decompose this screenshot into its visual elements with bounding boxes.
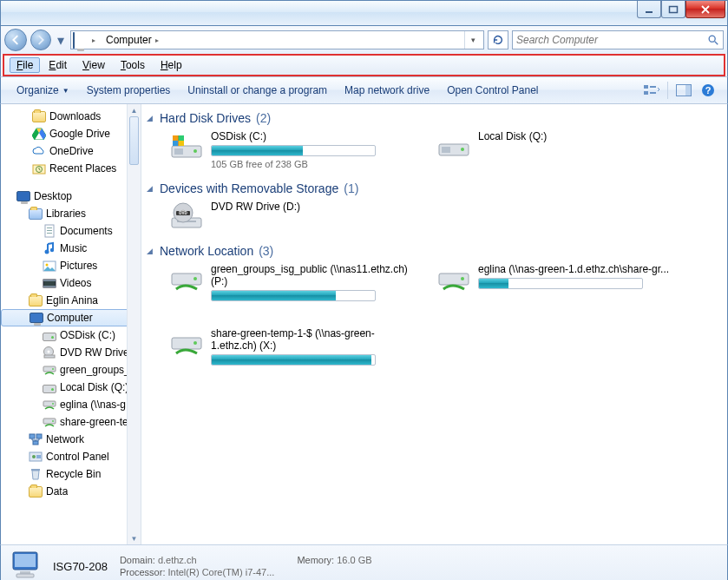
drive-label: green_groups_isg_public (\\nas11.ethz.ch…	[211, 263, 412, 287]
tree-user[interactable]: Eglin Anina	[1, 292, 141, 309]
details-domain-label: Domain:	[120, 555, 155, 565]
drive-eglina[interactable]: eglina (\\nas-green-1.d.ethz.ch\share-gr…	[436, 263, 679, 301]
svg-point-25	[48, 351, 50, 353]
section-removable-header[interactable]: ◢Devices with Removable Storage (1)	[145, 181, 720, 195]
network-drive-icon	[169, 263, 204, 294]
cmd-uninstall[interactable]: Uninstall or change a program	[179, 81, 336, 100]
tree-computer[interactable]: Computer	[1, 309, 141, 326]
capacity-bar	[478, 278, 643, 289]
view-options-button[interactable]	[641, 80, 662, 101]
drive-dvd[interactable]: DVD DVD RW Drive (D:)	[169, 201, 412, 232]
tree-network[interactable]: Network	[1, 431, 141, 448]
section-network-count: (3)	[259, 244, 273, 258]
drive-p[interactable]: green_groups_isg_public (\\nas11.ethz.ch…	[169, 263, 412, 301]
tree-libraries[interactable]: Libraries	[1, 205, 141, 222]
caret-down-icon: ◢	[145, 184, 154, 194]
cmd-system-properties[interactable]: System properties	[78, 81, 180, 100]
menu-help[interactable]: Help	[154, 57, 189, 73]
menu-edit[interactable]: Edit	[42, 57, 74, 73]
close-button[interactable]	[685, 1, 725, 18]
back-button[interactable]	[4, 29, 27, 51]
osdisk-icon	[169, 130, 204, 161]
capacity-bar	[211, 354, 376, 366]
tree-lib-2[interactable]: Pictures	[1, 257, 141, 274]
cmd-control-panel[interactable]: Open Control Panel	[438, 81, 547, 100]
tree-desktop[interactable]: Desktop	[1, 188, 141, 205]
svg-rect-64	[15, 554, 36, 567]
drive-icon	[43, 380, 56, 394]
drive-x[interactable]: share-green-temp-1-$ (\\nas-green-1.ethz…	[169, 327, 412, 366]
command-bar: Organize▼ System properties Uninstall or…	[0, 76, 728, 104]
tree-quick-2[interactable]: OneDrive	[1, 142, 141, 160]
tree-drive-3[interactable]: Local Disk (Q:)	[1, 379, 141, 396]
section-hdd-header[interactable]: ◢Hard Disk Drives (2)	[145, 111, 720, 125]
tree-drive-4[interactable]: eglina (\\nas-g	[1, 396, 141, 413]
tree-lib-1[interactable]: Music	[1, 240, 141, 257]
tree-drive-1[interactable]: DVD RW Drive (	[1, 344, 141, 361]
svg-rect-5	[650, 86, 656, 88]
details-pane: ISG70-208 Domain: d.ethz.ch Processor: I…	[0, 544, 728, 580]
svg-rect-46	[173, 141, 179, 146]
tree-quick-1[interactable]: Google Drive	[1, 125, 141, 142]
forward-button[interactable]	[30, 30, 51, 50]
svg-point-32	[52, 420, 54, 422]
tree-lib-0[interactable]: Documents	[1, 222, 141, 240]
drive-osdisk[interactable]: OSDisk (C:) 105 GB free of 238 GB	[169, 130, 412, 169]
section-removable-count: (1)	[344, 181, 358, 195]
breadcrumb-computer[interactable]: Computer▸	[104, 34, 164, 46]
menu-view[interactable]: View	[75, 57, 112, 73]
menu-tools[interactable]: Tools	[114, 57, 152, 73]
svg-point-42	[193, 149, 197, 153]
details-memory: 16.0 GB	[337, 555, 371, 565]
dvd-icon	[43, 346, 56, 359]
nav-history-dropdown[interactable]: ▾	[55, 30, 67, 50]
section-network-header[interactable]: ◢Network Location (3)	[145, 244, 720, 258]
tree-quick-3[interactable]: Recent Places	[1, 160, 141, 177]
tree-quick-0[interactable]: Downloads	[1, 108, 141, 125]
onedrive-icon	[32, 144, 46, 158]
tree-data[interactable]: Data	[1, 483, 141, 500]
svg-point-50	[461, 148, 464, 151]
tree-drive-2[interactable]: green_groups_i	[1, 361, 141, 379]
details-memory-label: Memory:	[297, 555, 334, 565]
svg-rect-34	[36, 434, 42, 438]
doc-icon	[43, 224, 56, 238]
minimize-button[interactable]	[637, 1, 661, 18]
cmd-organize[interactable]: Organize▼	[8, 81, 78, 100]
preview-pane-button[interactable]	[673, 80, 694, 101]
menu-file[interactable]: File	[10, 57, 40, 73]
svg-point-28	[52, 368, 54, 370]
breadcrumb-label: Computer	[106, 34, 152, 46]
recycle-icon	[29, 467, 43, 481]
tree-recycle-bin[interactable]: Recycle Bin	[1, 465, 141, 483]
capacity-bar	[211, 145, 376, 156]
search-input[interactable]	[516, 34, 707, 46]
network-icon	[29, 432, 43, 446]
music-icon	[43, 241, 56, 255]
svg-point-18	[50, 248, 54, 252]
drive-localq[interactable]: Local Disk (Q:)	[436, 130, 679, 169]
svg-rect-35	[33, 441, 38, 445]
svg-rect-1	[670, 6, 678, 12]
refresh-button[interactable]	[488, 30, 508, 49]
drive-freespace: 105 GB free of 238 GB	[211, 159, 412, 169]
content-pane: ◢Hard Disk Drives (2) OSDisk (C:) 105 GB…	[141, 104, 727, 544]
tree-drive-5[interactable]: share-green-te	[1, 413, 141, 431]
section-removable-title: Devices with Removable Storage	[160, 181, 338, 195]
tree-lib-3[interactable]: Videos	[1, 274, 141, 292]
cmd-map-drive[interactable]: Map network drive	[336, 81, 438, 100]
search-box[interactable]	[512, 30, 724, 49]
tree-scrollbar[interactable]: ▲▼	[127, 104, 141, 544]
folder-icon	[29, 484, 43, 498]
drive-label: OSDisk (C:)	[211, 130, 412, 142]
maximize-button[interactable]	[661, 1, 685, 18]
svg-rect-15	[47, 230, 52, 231]
breadcrumb-root[interactable]: ▸	[90, 36, 101, 44]
svg-rect-0	[646, 11, 653, 13]
pic-icon	[43, 259, 56, 273]
tree-drive-0[interactable]: OSDisk (C:)	[1, 326, 141, 344]
help-button[interactable]: ?	[698, 80, 718, 101]
address-bar[interactable]: ▸ Computer▸ ▾	[70, 30, 484, 49]
address-dropdown[interactable]: ▾	[464, 31, 482, 49]
tree-control-panel[interactable]: Control Panel	[1, 448, 141, 465]
